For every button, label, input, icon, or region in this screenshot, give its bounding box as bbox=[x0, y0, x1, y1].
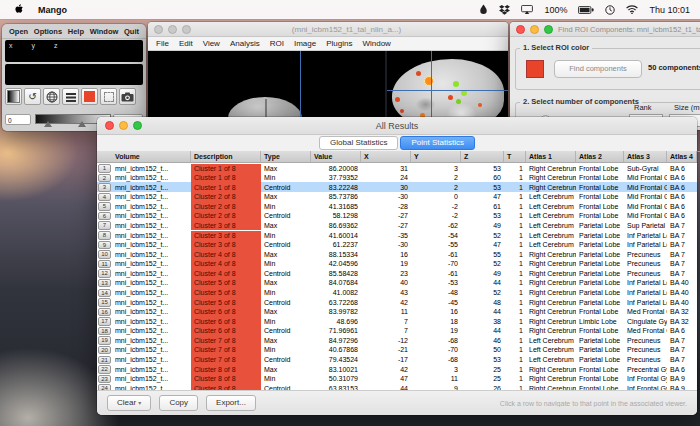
table-row[interactable]: 22 mni_icbm152_t... Cluster 8 of 8 Max 8… bbox=[97, 364, 697, 374]
viewer-menu-item[interactable]: Image bbox=[294, 39, 316, 48]
column-header[interactable]: Type bbox=[261, 151, 311, 162]
find-components-button[interactable]: Find components bbox=[554, 60, 642, 78]
viewer-menu-item[interactable]: Analysis bbox=[230, 39, 260, 48]
tab-global-statistics[interactable]: Global Statistics bbox=[319, 136, 398, 150]
table-row[interactable]: 20 mni_icbm152_t... Cluster 7 of 8 Min 4… bbox=[97, 345, 697, 355]
mango-menu-item[interactable]: Help bbox=[68, 27, 84, 36]
table-row[interactable]: 5 mni_icbm152_t... Cluster 2 of 8 Min 41… bbox=[97, 201, 697, 211]
viewer-menu-item[interactable]: Edit bbox=[179, 39, 193, 48]
table-row[interactable]: 7 mni_icbm152_t... Cluster 3 of 8 Max 86… bbox=[97, 220, 697, 230]
row-number-button[interactable]: 9 bbox=[98, 241, 111, 250]
table-row[interactable]: 23 mni_icbm152_t... Cluster 8 of 8 Min 5… bbox=[97, 374, 697, 384]
row-number-button[interactable]: 21 bbox=[98, 356, 111, 365]
zoom-icon[interactable] bbox=[133, 121, 142, 130]
column-header[interactable]: X bbox=[361, 151, 411, 162]
table-row[interactable]: 15 mni_icbm152_t... Cluster 5 of 8 Centr… bbox=[97, 297, 697, 307]
mango-menu-item[interactable]: Quit bbox=[124, 27, 139, 36]
tab-point-statistics[interactable]: Point Statistics bbox=[400, 136, 474, 150]
row-number-button[interactable]: 4 bbox=[98, 193, 111, 202]
table-row[interactable]: 17 mni_icbm152_t... Cluster 6 of 8 Min 4… bbox=[97, 316, 697, 326]
globe-icon[interactable] bbox=[43, 88, 60, 105]
row-number-button[interactable]: 15 bbox=[98, 298, 111, 307]
viewer-menu-item[interactable]: View bbox=[203, 39, 220, 48]
row-number-button[interactable]: 18 bbox=[98, 327, 111, 336]
table-row[interactable]: 8 mni_icbm152_t... Cluster 3 of 8 Min 41… bbox=[97, 230, 697, 240]
row-number-button[interactable]: 1 bbox=[98, 164, 111, 173]
camera-icon[interactable] bbox=[119, 88, 136, 105]
range-min-field[interactable]: 0 bbox=[5, 114, 31, 125]
rotate-icon[interactable]: ↺ bbox=[24, 88, 41, 105]
zoom-icon[interactable] bbox=[182, 25, 191, 34]
airplay-icon[interactable] bbox=[521, 5, 533, 14]
minimize-icon[interactable] bbox=[168, 25, 177, 34]
minimize-icon[interactable] bbox=[119, 121, 128, 130]
dropbox-icon[interactable] bbox=[499, 5, 510, 15]
row-number-button[interactable]: 2 bbox=[98, 174, 111, 183]
column-header[interactable]: Value bbox=[311, 151, 361, 162]
viewer-menu-item[interactable]: Plugins bbox=[326, 39, 352, 48]
viewer-canvas[interactable] bbox=[148, 51, 508, 123]
layers-icon[interactable] bbox=[62, 88, 79, 105]
zoom-icon[interactable] bbox=[544, 25, 553, 34]
table-row[interactable]: 21 mni_icbm152_t... Cluster 7 of 8 Centr… bbox=[97, 355, 697, 365]
table-row[interactable]: 24 mni_icbm152_t... Cluster 8 of 8 Centr… bbox=[97, 383, 697, 390]
viewer-menu-item[interactable]: File bbox=[156, 39, 169, 48]
table-row[interactable]: 1 mni_icbm152_t... Cluster 1 of 8 Max 86… bbox=[97, 163, 697, 173]
active-app-name[interactable]: Mango bbox=[38, 5, 67, 15]
row-number-button[interactable]: 6 bbox=[98, 212, 111, 221]
range-handle-high[interactable] bbox=[78, 121, 86, 127]
table-row[interactable]: 18 mni_icbm152_t... Cluster 6 of 8 Centr… bbox=[97, 326, 697, 336]
row-number-button[interactable]: 10 bbox=[98, 250, 111, 259]
column-header[interactable]: Z bbox=[461, 151, 504, 162]
grayscale-gradient-icon[interactable] bbox=[5, 88, 22, 105]
row-number-button[interactable]: 5 bbox=[98, 202, 111, 211]
mango-menu-item[interactable]: Options bbox=[34, 27, 62, 36]
export-button[interactable]: Export... bbox=[206, 395, 256, 411]
mango-menu-item[interactable]: Open bbox=[9, 27, 28, 36]
table-row[interactable]: 3 mni_icbm152_t... Cluster 1 of 8 Centro… bbox=[97, 182, 697, 192]
row-number-button[interactable]: 20 bbox=[98, 346, 111, 355]
row-number-button[interactable]: 12 bbox=[98, 269, 111, 278]
row-number-button[interactable]: 14 bbox=[98, 289, 111, 298]
clock-icon[interactable] bbox=[605, 5, 615, 15]
mango-menu-item[interactable]: Window bbox=[90, 27, 119, 36]
table-row[interactable]: 6 mni_icbm152_t... Cluster 2 of 8 Centro… bbox=[97, 211, 697, 221]
table-row[interactable]: 11 mni_icbm152_t... Cluster 4 of 8 Min 4… bbox=[97, 259, 697, 269]
row-number-button[interactable]: 3 bbox=[98, 183, 111, 192]
row-number-button[interactable]: 19 bbox=[98, 336, 111, 345]
copy-button[interactable]: Copy bbox=[159, 395, 198, 411]
row-number-button[interactable]: 23 bbox=[98, 375, 111, 384]
row-number-button[interactable]: 22 bbox=[98, 365, 111, 374]
table-row[interactable]: 10 mni_icbm152_t... Cluster 4 of 8 Max 8… bbox=[97, 249, 697, 259]
selection-icon[interactable] bbox=[100, 88, 117, 105]
column-header[interactable]: Atlas 4 bbox=[667, 151, 697, 162]
table-row[interactable]: 2 mni_icbm152_t... Cluster 1 of 8 Min 37… bbox=[97, 173, 697, 183]
close-icon[interactable] bbox=[516, 25, 525, 34]
row-number-button[interactable]: 7 bbox=[98, 221, 111, 230]
column-header[interactable]: Atlas 1 bbox=[526, 151, 576, 162]
close-icon[interactable] bbox=[154, 25, 163, 34]
apple-menu-icon[interactable] bbox=[14, 3, 24, 17]
table-row[interactable]: 16 mni_icbm152_t... Cluster 6 of 8 Max 8… bbox=[97, 307, 697, 317]
drop-icon[interactable] bbox=[479, 4, 488, 15]
clear-button[interactable]: Clear ▾ bbox=[107, 395, 151, 411]
column-header[interactable]: Atlas 3 bbox=[624, 151, 667, 162]
table-row[interactable]: 9 mni_icbm152_t... Cluster 3 of 8 Centro… bbox=[97, 240, 697, 250]
table-row[interactable]: 12 mni_icbm152_t... Cluster 4 of 8 Centr… bbox=[97, 268, 697, 278]
wifi-icon[interactable] bbox=[626, 5, 638, 14]
column-header[interactable]: Volume bbox=[112, 151, 191, 162]
row-number-button[interactable]: 8 bbox=[98, 231, 111, 240]
minimize-icon[interactable] bbox=[530, 25, 539, 34]
column-header[interactable]: Description bbox=[191, 151, 261, 162]
column-header[interactable]: Y bbox=[411, 151, 461, 162]
row-number-button[interactable]: 11 bbox=[98, 260, 111, 269]
table-row[interactable]: 4 mni_icbm152_t... Cluster 2 of 8 Max 85… bbox=[97, 192, 697, 202]
row-number-button[interactable]: 17 bbox=[98, 317, 111, 326]
roi-color-swatch[interactable] bbox=[526, 60, 544, 78]
row-number-button[interactable]: 13 bbox=[98, 279, 111, 288]
table-row[interactable]: 14 mni_icbm152_t... Cluster 5 of 8 Min 4… bbox=[97, 288, 697, 298]
viewer-menu-item[interactable]: Window bbox=[362, 39, 390, 48]
viewer-menu-item[interactable]: ROI bbox=[270, 39, 284, 48]
range-handle-low[interactable] bbox=[44, 121, 52, 127]
table-row[interactable]: 19 mni_icbm152_t... Cluster 7 of 8 Max 8… bbox=[97, 335, 697, 345]
